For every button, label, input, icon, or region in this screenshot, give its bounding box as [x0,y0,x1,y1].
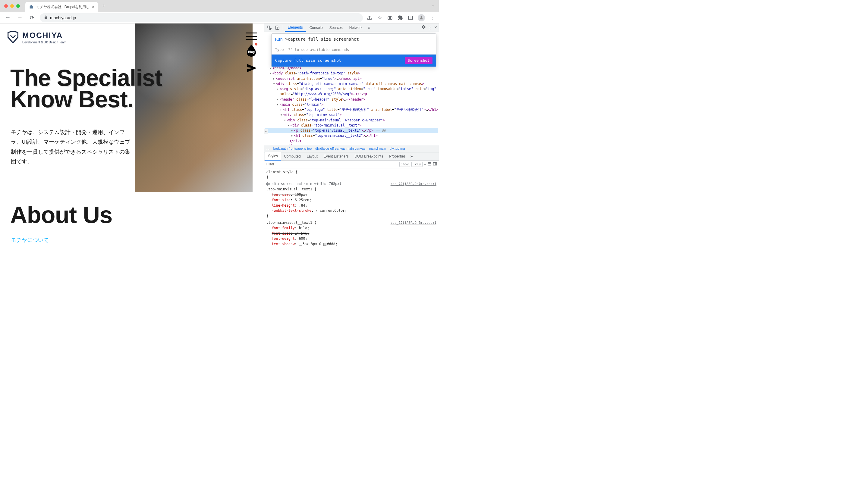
devtools-panel: Elements Console Sources Network » ⋮ × ⋯… [264,23,439,249]
styles-filter-bar: :hov .cls + [264,160,439,168]
browser-chrome: モチヤ株式会社 | Drupalを利用し × + ← → ⟳ mochiya.a… [0,0,439,23]
tab-sources[interactable]: Sources [327,23,346,32]
menu-dots-icon[interactable]: ⋮ [429,15,435,21]
command-result-label: Capture full size screenshot [275,58,341,63]
device-toggle-icon[interactable] [274,24,281,31]
hero-description: モチヤは、システム設計・開発・運用、インフラ、UI設計、マーケティング他、大規模… [11,128,131,167]
logo-text: MOCHIYA [22,31,66,40]
svg-rect-9 [277,27,279,30]
tab-title: モチヤ株式会社 | Drupalを利用し [36,4,90,10]
tab-elements[interactable]: Elements [285,23,306,32]
tab-list-chevron-icon[interactable] [431,4,435,8]
subtab-styles[interactable]: Styles [265,152,281,160]
computed-styles-icon[interactable] [427,162,431,167]
svg-rect-10 [428,163,431,165]
tab-bar: モチヤ株式会社 | Drupalを利用し × + [0,0,439,12]
about-us-heading: About Us [10,201,112,229]
lock-icon [44,15,48,20]
devtools-close-icon[interactable]: × [434,25,437,31]
main-layout: MOCHIYA Development & UX Design Team Blo… [0,23,439,249]
svg-text:Blog: Blog [248,50,255,54]
svg-rect-7 [267,26,270,28]
command-category-badge: Screenshot [405,57,432,64]
command-hint: Type '?' to see available commands [272,45,436,55]
styles-filter-input[interactable] [264,162,398,166]
tab-network[interactable]: Network [346,23,366,32]
subtab-computed[interactable]: Computed [281,152,303,160]
window-minimize-button[interactable] [10,4,14,8]
browser-tab[interactable]: モチヤ株式会社 | Drupalを利用し × [25,2,98,12]
more-tabs-chevron-icon[interactable]: » [366,25,372,31]
share-icon[interactable] [367,15,372,21]
new-style-rule-icon[interactable]: + [424,162,426,167]
window-maximize-button[interactable] [16,4,20,8]
blog-badge[interactable]: Blog [246,44,257,58]
tab-console[interactable]: Console [307,23,326,32]
camera-icon[interactable] [387,15,393,21]
subtab-dom-breakpoints[interactable]: DOM Breakpoints [351,152,386,160]
hover-toggle[interactable]: :hov [399,162,410,167]
traffic-lights [4,4,20,8]
svg-point-1 [389,17,391,19]
svg-rect-2 [408,16,412,20]
page-content: MOCHIYA Development & UX Design Team Blo… [0,23,264,249]
new-tab-button[interactable]: + [102,3,106,10]
contact-paper-plane-icon[interactable] [246,63,257,75]
cls-toggle[interactable]: .cls [411,162,423,167]
subtab-layout[interactable]: Layout [304,152,321,160]
browser-toolbar: ← → ⟳ mochiya.ad.jp ☆ ⋮ [0,12,439,23]
url-text: mochiya.ad.jp [50,15,76,20]
dom-actions-icon[interactable]: ⋯ [264,129,267,134]
url-bar[interactable]: mochiya.ad.jp [40,13,363,22]
styles-tab-bar: Styles Computed Layout Event Listeners D… [264,152,439,160]
inspect-element-icon[interactable] [266,24,273,31]
toggle-sidebar-icon[interactable] [433,162,437,167]
subtab-properties[interactable]: Properties [386,152,409,160]
hamburger-menu-button[interactable] [246,33,257,40]
profile-avatar[interactable] [418,14,425,21]
forward-button[interactable]: → [16,15,24,21]
tab-close-icon[interactable]: × [92,4,94,10]
logo-area[interactable]: MOCHIYA Development & UX Design Team [7,31,66,44]
about-us-subtitle: モチヤについて [11,236,49,244]
bookmark-star-icon[interactable]: ☆ [377,15,383,21]
window-close-button[interactable] [4,4,8,8]
extensions-icon[interactable] [397,15,403,21]
command-input[interactable]: Run >capture full size screenshot [272,34,436,45]
css-source-link[interactable]: css_7JijASR…Dn7ms.css:1 [391,220,437,225]
css-source-link[interactable]: css_7JijASR…Dn7ms.css:1 [391,181,437,187]
subtab-event-listeners[interactable]: Event Listeners [321,152,352,160]
tab-favicon-icon [29,4,34,10]
devtools-tab-bar: Elements Console Sources Network » ⋮ × [264,23,439,32]
devtools-settings-icon[interactable] [421,25,426,31]
more-subtabs-chevron-icon[interactable]: » [409,154,415,159]
command-result-item[interactable]: Capture full size screenshot Screenshot [272,55,436,66]
svg-rect-12 [433,163,437,165]
side-panel-icon[interactable] [407,15,413,21]
svg-point-4 [421,16,422,17]
devtools-menu-icon[interactable]: ⋮ [428,25,432,31]
styles-rules[interactable]: element.style { } @media screen and (min… [264,168,439,249]
reload-button[interactable]: ⟳ [28,15,36,21]
toolbar-right: ☆ ⋮ [367,14,435,21]
elements-panel[interactable]: ⋯ Run >capture full size screenshot Type… [264,32,439,145]
logo-subtitle: Development & UX Design Team [22,41,66,44]
dom-breadcrumb[interactable]: … body.path-frontpage.is-top div.dialog-… [264,145,439,152]
logo-mark-icon [7,31,19,44]
back-button[interactable]: ← [4,15,12,21]
svg-rect-0 [388,17,392,20]
svg-point-6 [255,43,257,45]
hero-headline: The Specialist Know Best. [10,67,203,110]
command-menu: Run >capture full size screenshot Type '… [271,34,437,67]
